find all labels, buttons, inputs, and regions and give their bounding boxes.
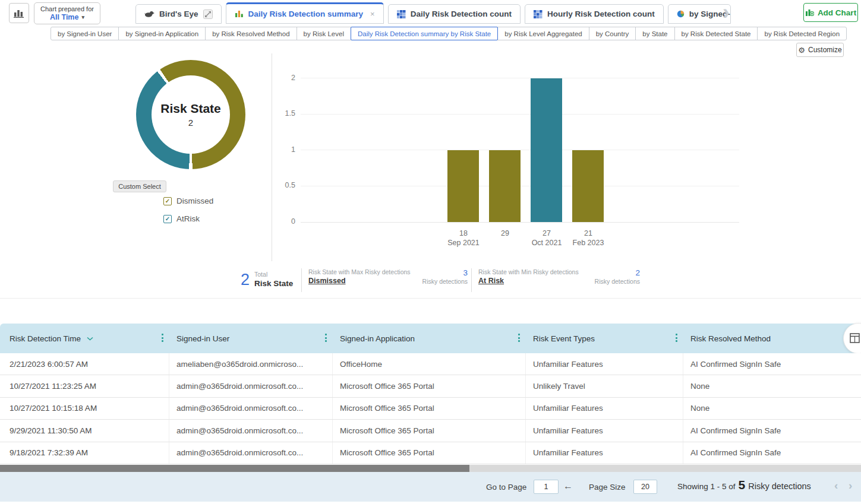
y-tick: 1: [270, 145, 295, 155]
back-arrow-icon[interactable]: ←: [563, 481, 573, 492]
cell-signed-in-user: admin@o365droid.onmicrosoft.co...: [169, 420, 333, 441]
bar-18-sep-2021[interactable]: [447, 150, 479, 222]
table-row[interactable]: 9/29/2021 11:30:50 AM admin@o365droid.on…: [0, 420, 861, 442]
tab-hourly-risk-count[interactable]: Hourly Risk Detection count: [525, 4, 664, 24]
table-row[interactable]: 9/18/2021 7:32:39 AM admin@o365droid.onm…: [0, 442, 861, 464]
checkbox-dismissed-icon[interactable]: ✓: [163, 197, 172, 205]
stat-total-risk-state: 2 Total Risk State: [241, 268, 293, 291]
legend-item-dismissed[interactable]: ✓ Dismissed: [163, 196, 213, 205]
horizontal-scrollbar-thumb[interactable]: [0, 465, 469, 472]
add-chart-button[interactable]: Add Chart: [803, 3, 858, 22]
column-header-signed-in-application[interactable]: Signed-in Application: [333, 324, 526, 353]
cell-signed-in-application: Microsoft Office 365 Portal: [333, 420, 526, 441]
bar-29-sep-2021[interactable]: [489, 150, 521, 222]
next-page-icon[interactable]: ›: [849, 479, 852, 492]
stat-max-value: 3: [422, 268, 468, 277]
x-tick: 18Sep 2021: [440, 229, 487, 248]
cell-signed-in-user: admin@o365droid.onmicrosoft.co...: [169, 442, 333, 464]
tab-label: Daily Risk Detection count: [411, 9, 512, 18]
stat-min-link[interactable]: At Risk: [478, 277, 504, 285]
subtab-by-risk-level-aggregated[interactable]: by Risk Level Aggregated: [497, 27, 589, 40]
prev-page-icon[interactable]: ‹: [834, 479, 838, 492]
customize-button[interactable]: ⚙ Customize: [796, 43, 844, 57]
tab-birds-eye[interactable]: Bird's Eye: [135, 4, 222, 24]
column-header-risk-event-types[interactable]: Risk Event Types: [526, 324, 683, 353]
stat-max-link[interactable]: Dismissed: [308, 277, 346, 285]
subtab-by-risk-level[interactable]: by Risk Level: [297, 27, 351, 40]
legend-item-atrisk[interactable]: ✓ AtRisk: [163, 214, 200, 223]
stat-total-value: 2: [241, 268, 250, 291]
column-menu-icon[interactable]: [518, 334, 520, 342]
cell-risk-event-types: Unfamiliar Features: [526, 420, 683, 441]
subtab-by-risk-resolved-method[interactable]: by Risk Resolved Method: [205, 27, 297, 40]
stat-min-value: 2: [595, 268, 640, 277]
donut-center-value: 2: [188, 118, 193, 128]
table-row[interactable]: 2/21/2023 6:00:57 AM ameliaben@o365droid…: [0, 353, 861, 375]
subtab-by-state[interactable]: by State: [635, 27, 674, 40]
customize-label: Customize: [808, 46, 842, 54]
cell-risk-detection-time: 10/27/2021 10:15:18 AM: [0, 398, 169, 419]
cell-risk-resolved-method: AI Confirmed SignIn Safe: [683, 442, 861, 464]
total-count: 5: [739, 478, 746, 492]
subtab-by-signed-in-user[interactable]: by Signed-in User: [51, 27, 119, 40]
subtab-by-risk-detected-state[interactable]: by Risk Detected State: [674, 27, 758, 40]
checkbox-atrisk-icon[interactable]: ✓: [163, 215, 172, 223]
column-header-risk-detection-time[interactable]: Risk Detection Time: [0, 324, 169, 353]
y-tick: 0.5: [270, 181, 295, 191]
time-range-selector[interactable]: Chart prepared for All Time▾: [34, 2, 100, 24]
column-menu-icon[interactable]: [676, 334, 677, 342]
bird-icon: [144, 10, 154, 18]
legend-label: AtRisk: [176, 214, 200, 223]
bar-27-oct-2021[interactable]: [531, 78, 562, 222]
subtab-by-country[interactable]: by Country: [589, 27, 636, 40]
table-row[interactable]: 10/27/2021 10:15:18 AM admin@o365droid.o…: [0, 398, 861, 420]
tabs-scroll-right-icon[interactable]: ›: [723, 1, 730, 24]
custom-select-button[interactable]: Custom Select: [113, 180, 166, 192]
go-to-page-label: Go to Page: [486, 483, 526, 492]
tab-daily-risk-summary[interactable]: Daily Risk Detection summary ×: [226, 2, 384, 24]
subtab-daily-summary-by-risk-state[interactable]: Daily Risk Detection summary by Risk Sta…: [351, 27, 498, 40]
chart-mode-button[interactable]: [9, 3, 29, 23]
table-row[interactable]: 10/27/2021 11:23:25 AM admin@o365droid.o…: [0, 375, 861, 397]
bar-series: [447, 78, 614, 222]
table-header: Risk Detection Time Signed-in User Signe…: [0, 324, 861, 353]
stat-max-risky: Risk State with Max Risky detections Dis…: [308, 268, 468, 285]
horizontal-scrollbar-track[interactable]: [0, 465, 861, 472]
column-header-risk-resolved-method[interactable]: Risk Resolved Method: [683, 324, 861, 353]
stat-separator: [301, 268, 302, 292]
bar-chart-icon: [14, 8, 24, 18]
stat-min-unit: Risky detections: [595, 277, 640, 286]
stat-total-name: Risk State: [254, 278, 293, 289]
bar-21-feb-2023[interactable]: [572, 150, 604, 222]
y-tick: 1.5: [270, 109, 295, 119]
showing-summary: Showing 1 - 5 of 5 Risky detections: [677, 478, 811, 492]
sort-chevron-icon[interactable]: [87, 337, 93, 341]
grid-chart-icon: [534, 10, 543, 18]
page-size-input[interactable]: [633, 480, 657, 494]
pie-chart-icon: [677, 9, 685, 18]
subtab-by-risk-detected-region[interactable]: by Risk Detected Region: [757, 27, 847, 40]
donut-chart[interactable]: Risk State 2: [136, 60, 245, 169]
cell-risk-detection-time: 9/18/2021 7:32:39 AM: [0, 442, 169, 464]
cell-risk-resolved-method: AI Confirmed SignIn Safe: [683, 353, 861, 375]
dashboard: Chart prepared for All Time▾ Bird's Eye …: [0, 0, 861, 504]
column-menu-icon[interactable]: [162, 334, 163, 342]
close-icon[interactable]: ×: [370, 9, 375, 18]
subtab-by-signed-in-application[interactable]: by Signed-in Application: [118, 27, 206, 40]
cell-signed-in-application: Microsoft Office 365 Portal: [333, 398, 526, 419]
column-header-signed-in-user[interactable]: Signed-in User: [169, 324, 333, 353]
cell-signed-in-user: admin@o365droid.onmicrosoft.co...: [169, 375, 333, 397]
tab-daily-risk-count[interactable]: Daily Risk Detection count: [388, 4, 521, 24]
tab-by-signed[interactable]: by Signed-: [668, 4, 731, 24]
column-menu-icon[interactable]: [325, 334, 327, 342]
time-range-caption: Chart prepared for: [40, 5, 94, 13]
x-axis-line: [301, 222, 739, 223]
gear-icon: ⚙: [798, 46, 805, 54]
x-tick: 29: [481, 229, 529, 238]
expand-icon[interactable]: [203, 9, 213, 19]
go-to-page-input[interactable]: [534, 480, 559, 494]
stat-total-caption: Total: [254, 271, 293, 278]
stat-max-unit: Risky detections: [422, 277, 468, 286]
time-range-value: All Time: [50, 13, 78, 22]
cell-risk-detection-time: 9/29/2021 11:30:50 AM: [0, 420, 169, 441]
